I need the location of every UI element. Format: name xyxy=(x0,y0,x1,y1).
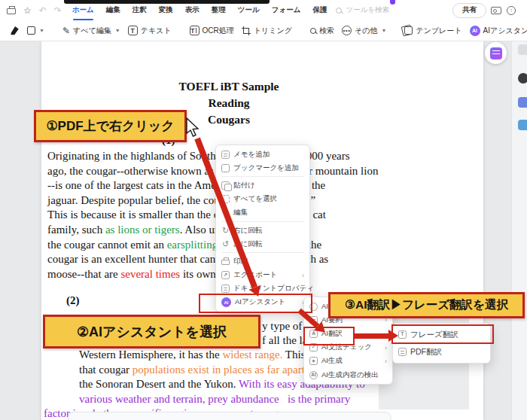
tab-5[interactable]: 整理 xyxy=(212,5,226,15)
chevron-down-icon: ▼ xyxy=(115,28,120,33)
mouse-cursor xyxy=(185,117,200,138)
translate-submenu-label: PDF翻訳 xyxy=(410,347,442,358)
window-capture-dot xyxy=(390,0,395,5)
shape-tool[interactable]: ▼ xyxy=(23,26,48,35)
context-menu-label: すべてを選択 xyxy=(233,194,277,204)
context-menu-item-10[interactable]: 印刷 xyxy=(216,254,309,268)
menu-divider xyxy=(221,221,304,222)
upload-icon[interactable]: ↑ xyxy=(507,6,516,15)
menu-divider xyxy=(221,176,304,177)
highlighter-tool[interactable] xyxy=(6,26,23,35)
search-icon xyxy=(310,28,316,34)
context-menu-label: ドキュメントプロパティ xyxy=(233,284,314,294)
ai-submenu-item-4[interactable]: ✦AI生成› xyxy=(304,355,392,368)
translate-submenu-item-1[interactable]: PDF翻訳 xyxy=(393,343,490,361)
panel-icon-3[interactable] xyxy=(518,97,527,108)
search-icon xyxy=(336,8,342,14)
panel-icon-1[interactable] xyxy=(518,44,527,55)
bookmark-icon xyxy=(221,164,230,172)
undo-icon[interactable]: ↶ xyxy=(39,6,47,15)
crop-label: トリミング xyxy=(254,26,292,36)
toolbar: ▼ ✎すべて編集▼ Tテキスト TOCR処理 トリミング 検索 •••その他▼ … xyxy=(0,20,527,41)
ai-assistant-button[interactable]: AIAIアシスタント▼ xyxy=(466,26,527,36)
ai-icon: AI xyxy=(470,26,480,36)
tab-8[interactable]: 保護 xyxy=(312,5,327,15)
shape-icon xyxy=(27,26,35,35)
context-menu-item-0[interactable]: メモを追加 xyxy=(216,148,309,161)
tab-4[interactable]: 表示 xyxy=(185,5,200,15)
ai-assistant-label: AIアシスタント xyxy=(483,26,527,36)
more-button[interactable]: •••その他▼ xyxy=(338,26,390,36)
context-menu-item-8[interactable]: ↺左に回転 xyxy=(216,237,309,251)
rotate-left-icon: ↺ xyxy=(221,240,230,248)
print-icon[interactable] xyxy=(7,8,16,14)
highlight-box-phrase-translate xyxy=(391,324,494,344)
search-button[interactable]: 検索 xyxy=(306,26,338,36)
quick-access-icons: ☆ ↶ ↷ xyxy=(0,6,62,15)
text-icon: T xyxy=(128,26,138,35)
more-icon: ••• xyxy=(342,26,352,35)
context-menu-label: 貼付け xyxy=(233,181,255,190)
crop-icon xyxy=(242,26,251,35)
generate-icon: ✦ xyxy=(309,357,318,365)
paste-icon xyxy=(221,181,230,190)
pen-icon: ✎ xyxy=(62,26,70,36)
highlighter-icon xyxy=(10,26,20,35)
bottom-toolbar-edge xyxy=(68,412,391,420)
tool-search-placeholder: ツールを検索 xyxy=(346,5,389,15)
ai-submenu-label: AI生成内容の検出 xyxy=(321,370,379,380)
tab-0[interactable]: ホーム xyxy=(72,5,94,15)
tool-search[interactable]: ツールを検索 xyxy=(336,5,389,15)
context-menu-label: 右に回転 xyxy=(233,226,262,236)
ocr-button[interactable]: TOCR処理 xyxy=(186,26,238,36)
share-button[interactable]: 共有 xyxy=(452,3,486,18)
template-button[interactable]: テンプレート xyxy=(401,26,465,36)
ocr-icon: T xyxy=(190,26,200,35)
context-menu-label: ブックマークを追加 xyxy=(233,163,299,173)
more-label: その他 xyxy=(355,26,377,36)
context-menu-label: エクスポート xyxy=(233,270,277,280)
ocr-label: OCR処理 xyxy=(203,26,234,36)
tab-1[interactable]: 編集 xyxy=(106,5,120,15)
document-text-line: moose--that are several times its own si… xyxy=(47,268,239,281)
chevron-down-icon: ▼ xyxy=(39,28,44,33)
export-icon: ↗ xyxy=(221,271,230,279)
tab-7[interactable]: フォーム xyxy=(272,5,301,15)
step1-callout: ①PDF上で右クリック xyxy=(34,110,187,142)
tab-6[interactable]: ツール xyxy=(238,5,260,15)
ai-notes-floating-button[interactable] xyxy=(485,42,507,64)
contact-card-icon[interactable] xyxy=(491,7,501,14)
print-icon xyxy=(221,260,230,265)
context-menu-item-3[interactable]: 貼付け xyxy=(216,178,309,192)
pdf-icon xyxy=(398,348,407,356)
highlight-box-ai-translate xyxy=(303,327,355,345)
redo-icon[interactable]: ↷ xyxy=(54,6,62,15)
crop-button[interactable]: トリミング xyxy=(238,26,296,36)
star-icon[interactable]: ☆ xyxy=(23,6,32,15)
edit-all-button[interactable]: ✎すべて編集▼ xyxy=(59,26,124,36)
context-menu-item-1[interactable]: ブックマークを追加 xyxy=(216,161,309,175)
search-label: 検索 xyxy=(319,26,334,36)
notes-icon xyxy=(490,47,502,59)
ai-submenu-item-5[interactable]: AIAI生成内容の検出 xyxy=(304,368,392,382)
panel-icon-2[interactable] xyxy=(518,73,527,84)
step2-callout: ②AIアシスタントを選択 xyxy=(43,315,260,348)
context-menu-item-4[interactable]: すべてを選択 xyxy=(216,193,309,206)
paragraph-2-label: (2) xyxy=(66,294,80,307)
ai-submenu-label: AI生成 xyxy=(321,356,343,366)
template-icon xyxy=(404,26,413,35)
right-panel-strip xyxy=(511,41,527,420)
note-icon xyxy=(221,151,230,159)
window-capture-artifact xyxy=(64,0,270,4)
context-menu-item-11[interactable]: ↗エクスポート› xyxy=(216,269,309,282)
tab-2[interactable]: 注釈 xyxy=(133,5,147,15)
document-title-line: TOEFL iBT Sample xyxy=(154,78,304,95)
text-button[interactable]: Tテキスト xyxy=(124,26,175,36)
document-text-line: Western Hemisphere, it has the widest ra… xyxy=(79,348,337,361)
document-text-line: various weather and terrain, prey abunda… xyxy=(79,393,350,406)
context-menu-label: 編集 xyxy=(233,208,248,218)
detect-icon: AI xyxy=(309,371,318,379)
panel-icon-4[interactable] xyxy=(518,120,527,130)
tab-3[interactable]: 変換 xyxy=(159,5,173,15)
doc-props-icon xyxy=(221,285,230,293)
